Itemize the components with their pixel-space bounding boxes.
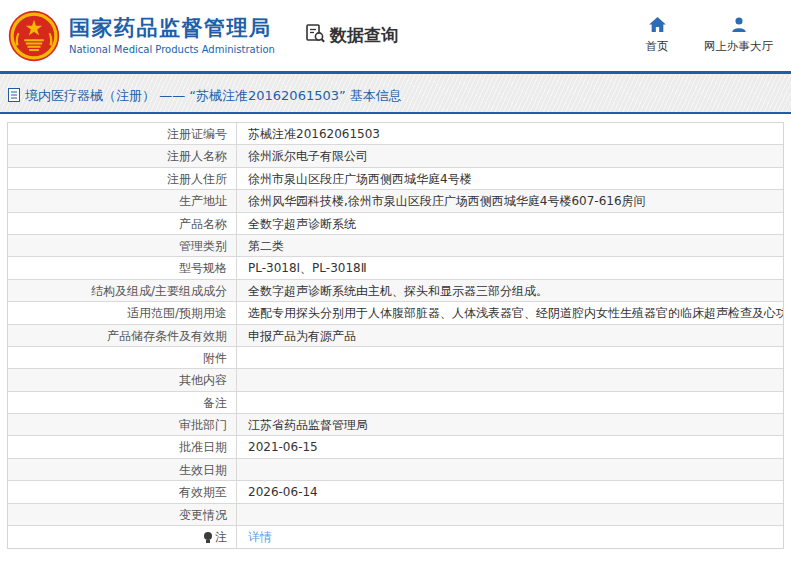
table-row: 生效日期	[8, 459, 783, 481]
row-value	[237, 369, 783, 390]
data-query-section[interactable]: 数据查询	[305, 23, 398, 48]
row-label: 生效日期	[8, 459, 237, 480]
national-emblem-logo	[8, 10, 60, 62]
org-name-cn: 国家药品监督管理局	[69, 16, 275, 41]
nav-service-hall[interactable]: 网上办事大厅	[704, 17, 773, 54]
detail-link[interactable]: 详情	[248, 530, 272, 544]
header-nav: 首页 网上办事大厅	[642, 17, 773, 54]
home-icon	[649, 17, 666, 36]
row-value: PL-3018Ⅰ、PL-3018Ⅱ	[237, 257, 783, 278]
row-value: 江苏省药品监督管理局	[237, 414, 783, 435]
nav-service-hall-label: 网上办事大厅	[704, 39, 773, 54]
table-row: 结构及组成/主要组成成分全数字超声诊断系统由主机、探头和显示器三部分组成。	[8, 280, 783, 302]
row-value	[237, 347, 783, 368]
row-value: 苏械注准20162061503	[237, 123, 783, 144]
table-row: 其他内容	[8, 369, 783, 391]
row-label: 注册证编号	[8, 123, 237, 144]
table-row: 有效期至2026-06-14	[8, 481, 783, 503]
row-value: 2026-06-14	[237, 481, 783, 502]
table-row: 产品名称全数字超声诊断系统	[8, 213, 783, 235]
page-title: 境内医疗器械（注册） —— “苏械注准20162061503” 基本信息	[25, 87, 402, 105]
nav-home[interactable]: 首页	[642, 17, 672, 54]
document-icon	[8, 88, 20, 105]
row-value: 徐州风华园科技楼,徐州市泉山区段庄广场西侧西城华庭4号楼607-616房间	[237, 190, 783, 211]
row-label: 有效期至	[8, 481, 237, 502]
row-value: 申报产品为有源产品	[237, 325, 783, 346]
user-icon	[731, 17, 747, 36]
row-label: 注册人住所	[8, 168, 237, 189]
document-search-icon	[305, 23, 326, 48]
table-row: 注册人住所徐州市泉山区段庄广场西侧西城华庭4号楼	[8, 168, 783, 190]
row-label: 变更情况	[8, 504, 237, 525]
row-label: 审批部门	[8, 414, 237, 435]
row-label: 其他内容	[8, 369, 237, 390]
row-label: 注	[8, 526, 237, 548]
row-value: 详情	[237, 526, 783, 548]
row-label: 备注	[8, 392, 237, 413]
table-row: 注册人名称徐州派尔电子有限公司	[8, 145, 783, 167]
row-value: 全数字超声诊断系统	[237, 213, 783, 234]
table-row: 型号规格PL-3018Ⅰ、PL-3018Ⅱ	[8, 257, 783, 279]
row-label: 适用范围/预期用途	[8, 302, 237, 323]
table-row: 附件	[8, 347, 783, 369]
org-name-en: National Medical Products Administration	[69, 44, 275, 55]
row-value: 徐州派尔电子有限公司	[237, 145, 783, 166]
row-value: 全数字超声诊断系统由主机、探头和显示器三部分组成。	[237, 280, 783, 301]
row-label: 生产地址	[8, 190, 237, 211]
table-row: 变更情况	[8, 504, 783, 526]
nav-home-label: 首页	[646, 39, 669, 54]
table-row: 注册证编号苏械注准20162061503	[8, 123, 783, 145]
org-names: 国家药品监督管理局 National Medical Products Admi…	[69, 16, 275, 54]
page-header: 国家药品监督管理局 National Medical Products Admi…	[0, 0, 791, 74]
row-value	[237, 504, 783, 525]
row-label: 产品储存条件及有效期	[8, 325, 237, 346]
row-label: 注册人名称	[8, 145, 237, 166]
table-row: 产品储存条件及有效期申报产品为有源产品	[8, 325, 783, 347]
row-value	[237, 459, 783, 480]
row-label: 附件	[8, 347, 237, 368]
row-value: 第二类	[237, 235, 783, 256]
row-label: 批准日期	[8, 436, 237, 457]
row-value: 选配专用探头分别用于人体腹部脏器、人体浅表器官、经阴道腔内女性生殖器官的临床超声…	[237, 302, 783, 323]
table-row: 注详情	[8, 526, 783, 548]
row-value: 2021-06-15	[237, 436, 783, 457]
lightbulb-icon	[204, 532, 212, 540]
row-label: 型号规格	[8, 257, 237, 278]
row-label: 产品名称	[8, 213, 237, 234]
breadcrumb: 境内医疗器械（注册） —— “苏械注准20162061503” 基本信息	[8, 87, 402, 105]
info-table: 注册证编号苏械注准20162061503注册人名称徐州派尔电子有限公司注册人住所…	[7, 122, 784, 549]
table-row: 管理类别第二类	[8, 235, 783, 257]
table-row: 生产地址徐州风华园科技楼,徐州市泉山区段庄广场西侧西城华庭4号楼607-616房…	[8, 190, 783, 212]
table-row: 备注	[8, 392, 783, 414]
breadcrumb-bar: 境内医疗器械（注册） —— “苏械注准20162061503” 基本信息	[0, 74, 791, 114]
data-query-label: 数据查询	[330, 24, 398, 47]
row-label: 管理类别	[8, 235, 237, 256]
table-row: 批准日期2021-06-15	[8, 436, 783, 458]
table-row: 审批部门江苏省药品监督管理局	[8, 414, 783, 436]
row-value: 徐州市泉山区段庄广场西侧西城华庭4号楼	[237, 168, 783, 189]
row-label: 结构及组成/主要组成成分	[8, 280, 237, 301]
table-row: 适用范围/预期用途选配专用探头分别用于人体腹部脏器、人体浅表器官、经阴道腔内女性…	[8, 302, 783, 324]
row-value	[237, 392, 783, 413]
